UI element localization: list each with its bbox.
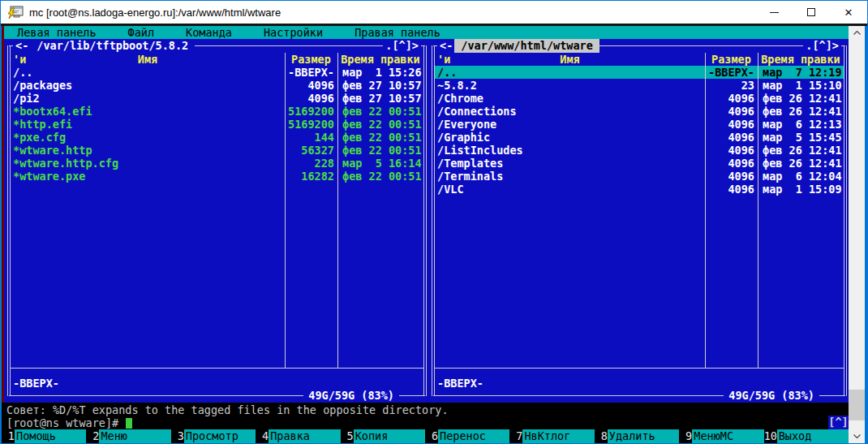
file-row[interactable]: /Everyone4096мар 6 12:13	[435, 118, 844, 131]
mini-status-separator	[11, 368, 423, 369]
terminal-cursor	[126, 418, 132, 429]
menu-item[interactable]: Левая панель	[17, 26, 97, 39]
column-header-name[interactable]: Имя	[435, 53, 705, 66]
column-header-size[interactable]: Размер	[285, 53, 337, 66]
file-row[interactable]: /packages4096фев 27 10:57	[11, 79, 423, 92]
column-separator	[705, 53, 706, 368]
function-key-8[interactable]: 8Удалить	[595, 429, 679, 443]
column-header-mtime[interactable]: Время правки	[337, 53, 423, 66]
file-row[interactable]: *http.efi5169200фев 22 00:51	[11, 118, 423, 131]
file-mtime: фев 27 10:57	[337, 92, 423, 105]
function-key-label: Перенос	[438, 429, 509, 443]
file-mtime: мар 5 16:14	[337, 157, 423, 170]
close-button[interactable]: ✕	[830, 1, 867, 24]
function-key-number: 10	[764, 429, 777, 443]
minimize-button[interactable]	[755, 1, 793, 24]
file-row[interactable]: /Templates4096фев 26 12:41	[435, 157, 844, 170]
scrollbar-up-arrow-icon[interactable]	[849, 26, 865, 40]
left-panel: <- /var/lib/tftpboot/5.8.2 .[^]> 'и Имя …	[7, 45, 427, 396]
file-size: 16282	[285, 170, 337, 183]
file-row[interactable]: *bootx64.efi5169200фев 22 00:51	[11, 105, 423, 118]
file-row[interactable]: /Terminals4096мар 6 12:04	[435, 170, 844, 183]
file-row[interactable]: /Graphic4096мар 5 15:45	[435, 131, 844, 144]
file-row[interactable]: *wtware.http56327фев 22 00:51	[11, 144, 423, 157]
file-size: 4096	[705, 157, 758, 170]
maximize-button[interactable]	[793, 1, 830, 24]
file-row[interactable]: /..-ВВЕРХ-мар 7 12:19	[435, 66, 844, 79]
file-mtime: фев 26 12:41	[758, 157, 844, 170]
file-row[interactable]: /Connections4096фев 26 12:41	[435, 105, 844, 118]
file-name: *http.efi	[11, 118, 285, 131]
menu-item[interactable]: Команда	[186, 26, 232, 39]
console-scrollbar[interactable]	[849, 26, 865, 443]
menu-item[interactable]: Настройки	[264, 26, 323, 39]
file-name: /Chrome	[435, 92, 705, 105]
file-size: 4096	[705, 105, 758, 118]
file-mtime: мар 1 15:26	[337, 66, 423, 79]
panel-back-arrow[interactable]: <-	[13, 39, 30, 53]
putty-terminal-icon	[7, 6, 24, 19]
titlebar: mc [root@ns.ladoga-energo.ru]:/var/www/h…	[1, 1, 867, 24]
column-header-name[interactable]: Имя	[11, 53, 285, 66]
menu-item[interactable]: Правая панель	[355, 26, 440, 39]
panel-history-marker[interactable]: .[^]>	[383, 39, 421, 53]
function-key-6[interactable]: 6Перенос	[425, 429, 509, 443]
file-row[interactable]: *wtware.http.cfg228мар 5 16:14	[11, 157, 423, 170]
function-key-label: НвКтлог	[522, 429, 594, 443]
panel-back-arrow[interactable]: <-	[437, 39, 454, 53]
file-name: /Connections	[435, 105, 705, 118]
function-key-number: 3	[171, 429, 184, 443]
file-name: *wtware.pxe	[11, 170, 285, 183]
file-name: *wtware.http.cfg	[11, 157, 285, 170]
file-row[interactable]: ~5.8.223мар 1 15:10	[435, 79, 844, 92]
function-key-4[interactable]: 4Правка	[256, 429, 340, 443]
function-key-3[interactable]: 3Просмотр	[171, 429, 256, 443]
file-name: ~5.8.2	[435, 79, 705, 92]
file-mtime: фев 22 00:51	[337, 118, 423, 131]
file-size: 4096	[705, 92, 758, 105]
file-name: /Everyone	[435, 118, 705, 131]
scrollbar-thumb[interactable]	[849, 390, 865, 420]
function-key-number: 6	[425, 429, 438, 443]
function-key-1[interactable]: 1Помощь	[2, 429, 86, 443]
terminal-bottom-area: Совет: %D/%T expands to the tagged files…	[2, 403, 849, 443]
file-row[interactable]: /pi24096фев 27 10:57	[11, 92, 423, 105]
file-size: 228	[285, 157, 337, 170]
column-header-size[interactable]: Размер	[705, 53, 758, 66]
function-key-label: МенюМС	[692, 429, 763, 443]
file-row[interactable]: /ListIncludes4096фев 26 12:41	[435, 144, 844, 157]
file-mtime: мар 1 15:09	[758, 183, 844, 196]
file-row[interactable]: /Chrome4096фев 26 12:41	[435, 92, 844, 105]
panel-history-marker[interactable]: .[^]>	[803, 39, 841, 53]
file-row[interactable]: /VLC4096мар 1 15:09	[435, 183, 844, 196]
file-mtime: мар 5 15:45	[758, 131, 844, 144]
file-size: 5169200	[285, 105, 337, 118]
file-size: 4096	[285, 79, 337, 92]
function-key-2[interactable]: 2Меню	[86, 429, 170, 443]
function-key-5[interactable]: 5Копия	[341, 429, 425, 443]
mc-console: Левая панельФайлКомандаНастройкиПравая п…	[2, 26, 849, 443]
function-key-10[interactable]: 10Выход	[764, 429, 849, 443]
file-name: /ListIncludes	[435, 144, 705, 157]
file-mtime: фев 22 00:51	[337, 144, 423, 157]
function-key-number: 1	[2, 429, 15, 443]
function-key-9[interactable]: 9МенюМС	[679, 429, 763, 443]
column-separator	[285, 53, 286, 368]
file-row[interactable]: *pxe.cfg144фев 22 00:51	[11, 131, 423, 144]
column-header-mtime[interactable]: Время правки	[758, 53, 844, 66]
file-mtime: фев 26 12:41	[758, 144, 844, 157]
file-mtime: фев 22 00:51	[337, 105, 423, 118]
function-key-number: 8	[595, 429, 608, 443]
menu-item[interactable]: Файл	[128, 26, 155, 39]
file-row[interactable]: *wtware.pxe16282фев 22 00:51	[11, 170, 423, 183]
function-key-number: 7	[509, 429, 522, 443]
left-panel-path[interactable]: /var/lib/tftpboot/5.8.2	[30, 39, 195, 53]
function-key-7[interactable]: 7НвКтлог	[509, 429, 594, 443]
file-name: *wtware.http	[11, 144, 285, 157]
file-size: 23	[705, 79, 758, 92]
scrollbar-down-arrow-icon[interactable]	[849, 429, 865, 443]
right-panel-path[interactable]: /var/www/html/wtware	[454, 39, 599, 53]
file-size: -ВВЕРХ-	[285, 66, 337, 79]
file-row[interactable]: /..-ВВЕРХ-мар 1 15:26	[11, 66, 423, 79]
command-line[interactable]: [root@ns wtware]#	[2, 416, 849, 429]
